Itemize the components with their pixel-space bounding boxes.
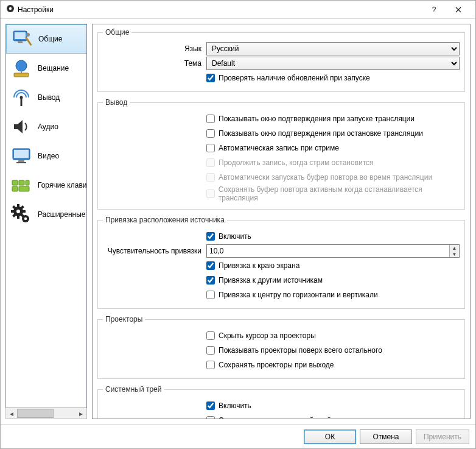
snap-other-checkbox[interactable]: Привязка к другим источникам [206, 276, 460, 285]
svg-rect-8 [14, 73, 29, 77]
svg-point-1 [9, 7, 12, 10]
snap-edge-checkbox[interactable]: Привязка к краю экрана [206, 261, 460, 270]
antenna-icon [10, 86, 33, 109]
spin-up-icon[interactable]: ▲ [450, 245, 459, 251]
snap-center-checkbox[interactable]: Привязка к центру по горизонтали и верти… [206, 291, 460, 299]
dialog-footer: ОК Отмена Применить [1, 424, 475, 448]
speaker-icon [10, 115, 33, 138]
language-select[interactable]: Русский [206, 42, 460, 55]
check-label: Привязка к краю экрана [219, 261, 299, 270]
group-snapping: Привязка расположения источника Включить… [97, 216, 465, 309]
window-title: Настройки [15, 5, 422, 14]
svg-rect-16 [12, 186, 18, 191]
apply-button[interactable]: Применить [416, 430, 469, 444]
group-legend: Вывод [103, 98, 130, 107]
sidebar-item-output[interactable]: Вывод [6, 83, 87, 112]
svg-rect-23 [11, 210, 14, 213]
svg-rect-14 [12, 180, 18, 185]
svg-rect-12 [18, 160, 24, 162]
svg-point-6 [26, 33, 30, 37]
gears-icon [10, 203, 33, 226]
content-panel: Общие Язык Русский Тема Default [92, 24, 471, 419]
check-label: Показывать проекторы поверх всего осталь… [219, 346, 382, 355]
group-legend: Проекторы [103, 315, 145, 323]
check-label: Автоматическая запись при стриме [219, 144, 339, 152]
group-legend: Привязка расположения источника [103, 216, 227, 224]
svg-rect-15 [19, 180, 24, 185]
sidebar-item-general[interactable]: Общие [6, 24, 87, 54]
svg-point-20 [16, 210, 20, 213]
check-label: Включить [219, 232, 251, 241]
check-label: Скрыть курсор за проекторы [219, 331, 316, 340]
group-tray: Системный трей Включить Скрывать окно в … [97, 385, 465, 419]
sidebar-item-advanced[interactable]: Расширенные [6, 200, 87, 229]
check-label: Привязка к другим источникам [219, 276, 323, 285]
svg-rect-13 [16, 162, 26, 163]
confirm-start-stream-checkbox[interactable]: Показывать окно подтверждения при запуск… [206, 115, 460, 123]
check-label: Показывать окно подтверждения при запуск… [219, 115, 415, 123]
sidebar-scrollbar[interactable]: ◂ ▸ [5, 408, 87, 419]
close-button[interactable] [446, 1, 471, 18]
sidebar-item-label: Расширенные [38, 210, 86, 219]
globe-network-icon [10, 57, 33, 80]
theme-select[interactable]: Default [206, 57, 460, 70]
auto-record-checkbox[interactable]: Автоматическая запись при стриме [206, 144, 460, 152]
sidebar-item-audio[interactable]: Аудио [6, 112, 87, 141]
check-updates-checkbox[interactable]: Проверять наличие обновлений при запуске [206, 74, 460, 82]
group-projectors: Проекторы Скрыть курсор за проекторы Пок… [97, 315, 465, 379]
ok-button[interactable]: ОК [304, 430, 356, 444]
cancel-button[interactable]: Отмена [360, 430, 412, 444]
sidebar-item-stream[interactable]: Вещание [6, 54, 87, 83]
svg-rect-21 [17, 204, 19, 207]
svg-point-7 [16, 60, 27, 71]
save-projectors-checkbox[interactable]: Сохранять проекторы при выходе [206, 361, 460, 369]
projector-always-on-top-checkbox[interactable]: Показывать проекторы поверх всего осталь… [206, 346, 460, 355]
svg-rect-22 [17, 216, 19, 219]
svg-point-30 [24, 217, 27, 220]
sidebar-item-hotkeys[interactable]: Горячие клавиши [6, 171, 87, 200]
theme-label: Тема [103, 59, 206, 68]
hide-cursor-checkbox[interactable]: Скрыть курсор за проекторы [206, 331, 460, 340]
auto-replay-buffer-checkbox: Автоматически запускать буфер повтора во… [206, 173, 460, 182]
tray-min-on-start-checkbox[interactable]: Скрывать окно в системный трей при запус… [206, 416, 460, 419]
spin-down-icon[interactable]: ▼ [450, 251, 459, 257]
group-output: Вывод Показывать окно подтверждения при … [97, 98, 465, 210]
sensitivity-input[interactable] [207, 245, 449, 257]
sidebar-item-label: Видео [38, 152, 59, 160]
question-icon: ? [432, 5, 436, 14]
sidebar-item-video[interactable]: Видео [6, 141, 87, 171]
app-icon [5, 4, 15, 15]
svg-rect-17 [19, 186, 29, 191]
group-general: Общие Язык Русский Тема Default [97, 28, 465, 92]
sidebar-item-label: Общие [38, 35, 62, 43]
scroll-track[interactable] [17, 408, 75, 419]
continue-record-checkbox: Продолжить запись, когда стрим остановит… [206, 158, 460, 167]
scroll-thumb[interactable] [17, 409, 54, 418]
group-legend: Системный трей [103, 385, 164, 394]
svg-rect-24 [23, 210, 26, 213]
sidebar-item-label: Аудио [38, 122, 58, 131]
close-icon [455, 7, 461, 13]
settings-window: Настройки ? Общие [0, 0, 476, 449]
keep-replay-buffer-checkbox: Сохранять буфер повтора активным когда о… [206, 185, 460, 202]
tray-enable-checkbox[interactable]: Включить [206, 401, 460, 410]
confirm-stop-stream-checkbox[interactable]: Показывать окно подтверждения при остано… [206, 129, 460, 138]
group-legend: Общие [103, 28, 131, 37]
check-label: Сохранять проекторы при выходе [219, 361, 334, 369]
check-label: Проверять наличие обновлений при запуске [219, 74, 370, 82]
svg-rect-18 [26, 180, 29, 185]
check-label: Скрывать окно в системный трей при запус… [219, 416, 373, 419]
scroll-left-icon[interactable]: ◂ [6, 408, 17, 419]
snapping-enable-checkbox[interactable]: Включить [206, 232, 460, 241]
language-label: Язык [103, 44, 206, 53]
scroll-right-icon[interactable]: ▸ [75, 408, 86, 419]
help-button[interactable]: ? [422, 1, 446, 18]
sidebar: Общие Вещание Вывод [5, 24, 87, 408]
sensitivity-label: Чувствительность привязки [103, 247, 206, 255]
check-label: Привязка к центру по горизонтали и верти… [219, 291, 378, 299]
sensitivity-spinner[interactable]: ▲ ▼ [206, 244, 460, 258]
titlebar: Настройки ? [1, 1, 475, 19]
sidebar-item-label: Горячие клавиши [38, 181, 87, 189]
svg-rect-11 [14, 150, 29, 158]
keyboard-icon [10, 174, 33, 197]
